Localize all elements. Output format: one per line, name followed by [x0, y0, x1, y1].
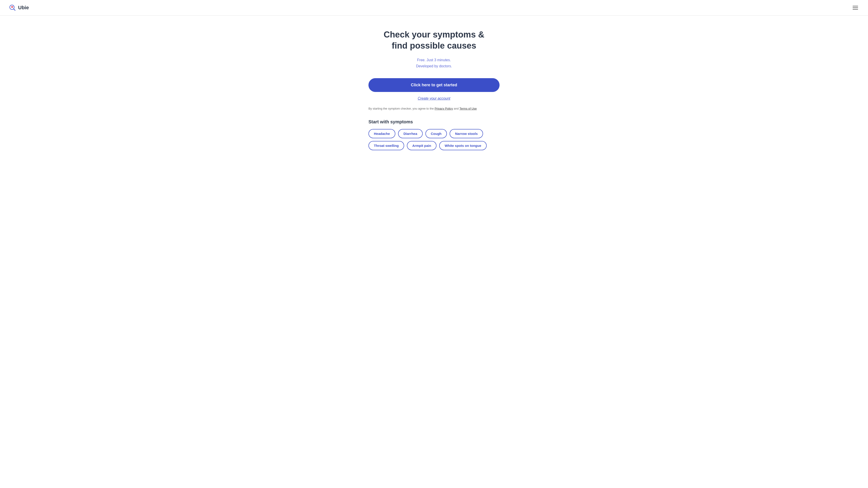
logo-area: Ubie: [9, 4, 29, 11]
svg-line-1: [13, 9, 15, 10]
privacy-policy-link[interactable]: Privacy Policy: [435, 107, 453, 110]
logo-text: Ubie: [18, 5, 29, 11]
create-account-link[interactable]: Create your account: [418, 96, 450, 101]
header: Ubie: [0, 0, 868, 15]
hero-title: Check your symptoms & find possible caus…: [368, 29, 500, 52]
symptom-pill-diarrhea[interactable]: Diarrhea: [398, 129, 423, 138]
symptom-pill-cough[interactable]: Cough: [426, 129, 447, 138]
hero-title-line2: find possible causes: [392, 41, 476, 51]
symptoms-grid: HeadacheDiarrheaCoughNarrow stoolsThroat…: [368, 129, 500, 150]
hero-subtitle: Free. Just 3 minutes. Developed by docto…: [368, 57, 500, 69]
legal-text: By starting the symptom checker, you agr…: [368, 107, 500, 110]
subtitle-line1: Free. Just 3 minutes.: [417, 58, 451, 62]
subtitle-line2: Developed by doctors.: [416, 64, 452, 68]
hamburger-line-3: [852, 9, 858, 9]
symptoms-section-title: Start with symptoms: [368, 119, 500, 125]
terms-of-use-link[interactable]: Terms of Use: [460, 107, 477, 110]
symptom-pill-headache[interactable]: Headache: [368, 129, 395, 138]
get-started-button[interactable]: Click here to get started: [368, 78, 500, 92]
hamburger-menu-button[interactable]: [852, 5, 859, 10]
symptoms-section: Start with symptoms HeadacheDiarrheaCoug…: [368, 119, 500, 150]
symptom-pill-white-spots-tongue[interactable]: White spots on tongue: [439, 141, 487, 150]
symptom-pill-narrow-stools[interactable]: Narrow stools: [450, 129, 483, 138]
hamburger-line-2: [852, 7, 858, 8]
main-content: Check your symptoms & find possible caus…: [364, 15, 504, 159]
hamburger-line-1: [852, 6, 858, 6]
symptom-pill-throat-swelling[interactable]: Throat swelling: [368, 141, 404, 150]
legal-and: and: [453, 107, 460, 110]
logo-icon: [9, 4, 16, 11]
legal-text-before: By starting the symptom checker, you agr…: [368, 107, 435, 110]
symptom-pill-armpit-pain[interactable]: Armpit pain: [407, 141, 436, 150]
hero-title-line1: Check your symptoms &: [383, 30, 485, 39]
